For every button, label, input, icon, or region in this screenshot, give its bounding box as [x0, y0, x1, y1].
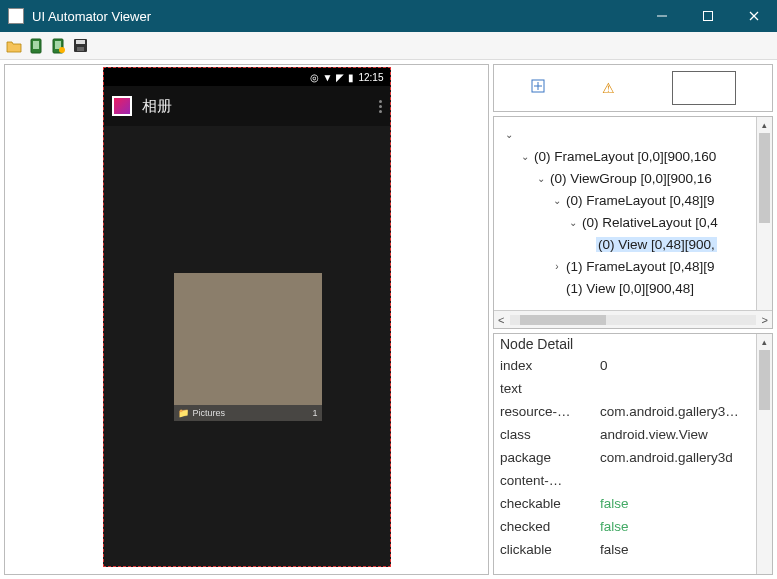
- detail-value: 0: [594, 354, 772, 377]
- wifi-icon: ▼: [323, 72, 333, 83]
- minimize-button[interactable]: [639, 0, 685, 32]
- detail-vertical-scrollbar[interactable]: ▴: [756, 334, 772, 574]
- status-time: 12:15: [358, 72, 383, 83]
- detail-row[interactable]: checkablefalse: [494, 492, 772, 515]
- detail-value: com.android.gallery3…: [594, 400, 772, 423]
- detail-key: checked: [494, 515, 594, 538]
- detail-row[interactable]: index0: [494, 354, 772, 377]
- detail-key: content-…: [494, 469, 594, 492]
- detail-key: checkable: [494, 492, 594, 515]
- svg-rect-11: [77, 47, 84, 51]
- tree-horizontal-scrollbar[interactable]: < >: [494, 310, 772, 328]
- tree-node[interactable]: ⌄(0) FrameLayout [0,48][9: [498, 189, 772, 211]
- scroll-up-icon[interactable]: ▴: [757, 334, 772, 350]
- detail-row[interactable]: content-…: [494, 469, 772, 492]
- open-icon[interactable]: [4, 36, 24, 56]
- thumbnail-box: [672, 71, 736, 105]
- svg-rect-1: [704, 12, 713, 21]
- detail-row[interactable]: text: [494, 377, 772, 400]
- detail-value: android.view.View: [594, 423, 772, 446]
- album-count: 1: [312, 408, 317, 418]
- location-icon: ◎: [310, 72, 319, 83]
- detail-value: [594, 469, 772, 492]
- detail-value: false: [594, 538, 772, 561]
- node-detail-table: index0textresource-…com.android.gallery3…: [494, 354, 772, 561]
- toolbar: [0, 32, 777, 60]
- hierarchy-tree[interactable]: ⌄⌄(0) FrameLayout [0,0][900,160⌄(0) View…: [494, 117, 772, 310]
- expand-all-icon[interactable]: [531, 79, 545, 97]
- tree-node-label: (1) FrameLayout [0,48][9: [564, 259, 717, 274]
- tree-node-label: (0) RelativeLayout [0,4: [580, 215, 720, 230]
- scroll-left-icon[interactable]: <: [498, 314, 504, 326]
- tree-node-label: (0) View [0,48][900,: [596, 237, 717, 252]
- app-window: UI Automator Viewer: [0, 0, 777, 579]
- node-detail-title: Node Detail: [494, 334, 772, 354]
- gallery-app-icon: [112, 96, 132, 116]
- hscroll-thumb[interactable]: [520, 315, 606, 325]
- titlebar: UI Automator Viewer: [0, 0, 777, 32]
- window-title: UI Automator Viewer: [32, 9, 151, 24]
- scroll-up-icon[interactable]: ▴: [757, 117, 772, 133]
- album-label: Pictures: [193, 408, 226, 418]
- detail-row[interactable]: resource-…com.android.gallery3…: [494, 400, 772, 423]
- detail-key: index: [494, 354, 594, 377]
- hierarchy-tree-panel: ⌄⌄(0) FrameLayout [0,0][900,160⌄(0) View…: [493, 116, 773, 329]
- chevron-down-icon[interactable]: ⌄: [518, 151, 532, 162]
- scroll-thumb[interactable]: [759, 350, 770, 410]
- scroll-thumb[interactable]: [759, 133, 770, 223]
- svg-rect-5: [33, 41, 39, 49]
- overflow-menu-icon: [379, 100, 382, 113]
- device-dump-icon[interactable]: [26, 36, 46, 56]
- tree-node-label: (0) FrameLayout [0,0][900,160: [532, 149, 718, 164]
- tree-node-label: (1) View [0,0][900,48]: [564, 281, 696, 296]
- detail-value: false: [594, 492, 772, 515]
- detail-key: clickable: [494, 538, 594, 561]
- warning-icon[interactable]: ⚠: [602, 80, 615, 96]
- save-icon[interactable]: [70, 36, 90, 56]
- tree-node[interactable]: ⌄(0) ViewGroup [0,0][900,16: [498, 167, 772, 189]
- detail-value: false: [594, 515, 772, 538]
- detail-key: class: [494, 423, 594, 446]
- maximize-button[interactable]: [685, 0, 731, 32]
- tree-node-label: (0) ViewGroup [0,0][900,16: [548, 171, 714, 186]
- chevron-down-icon[interactable]: ⌄: [534, 173, 548, 184]
- detail-key: package: [494, 446, 594, 469]
- tree-node[interactable]: ⌄: [498, 123, 772, 145]
- node-detail-panel: Node Detail index0textresource-…com.andr…: [493, 333, 773, 575]
- close-button[interactable]: [731, 0, 777, 32]
- detail-row[interactable]: packagecom.android.gallery3d: [494, 446, 772, 469]
- app-icon: [8, 8, 24, 24]
- tree-toolbar: ⚠: [493, 64, 773, 112]
- tree-node[interactable]: (0) View [0,48][900,: [498, 233, 772, 255]
- device-statusbar: ◎ ▼ ◤ ▮ 12:15: [104, 68, 390, 86]
- detail-value: com.android.gallery3d: [594, 446, 772, 469]
- chevron-down-icon[interactable]: ⌄: [566, 217, 580, 228]
- tree-node[interactable]: ⌄(0) RelativeLayout [0,4: [498, 211, 772, 233]
- scroll-right-icon[interactable]: >: [762, 314, 768, 326]
- tree-vertical-scrollbar[interactable]: ▴: [756, 117, 772, 310]
- signal-icon: ◤: [336, 72, 344, 83]
- tree-node[interactable]: ›(1) FrameLayout [0,48][9: [498, 255, 772, 277]
- appbar-title: 相册: [142, 97, 172, 116]
- screenshot-pane: ◎ ▼ ◤ ▮ 12:15 相册 📁 Pictures 1: [4, 64, 489, 575]
- detail-row[interactable]: checkedfalse: [494, 515, 772, 538]
- detail-row[interactable]: clickablefalse: [494, 538, 772, 561]
- device-dump-compressed-icon[interactable]: [48, 36, 68, 56]
- tree-node-label: (0) FrameLayout [0,48][9: [564, 193, 717, 208]
- device-screenshot[interactable]: ◎ ▼ ◤ ▮ 12:15 相册 📁 Pictures 1: [103, 67, 391, 567]
- tree-node[interactable]: (1) View [0,0][900,48]: [498, 277, 772, 299]
- detail-key: resource-…: [494, 400, 594, 423]
- detail-row[interactable]: classandroid.view.View: [494, 423, 772, 446]
- main-split: ◎ ▼ ◤ ▮ 12:15 相册 📁 Pictures 1: [0, 60, 777, 579]
- detail-key: text: [494, 377, 594, 400]
- right-pane: ⚠ ⌄⌄(0) FrameLayout [0,0][900,160⌄(0) Vi…: [493, 64, 773, 575]
- svg-rect-10: [76, 40, 85, 44]
- tree-node[interactable]: ⌄(0) FrameLayout [0,0][900,160: [498, 145, 772, 167]
- folder-icon: 📁: [178, 408, 189, 418]
- svg-point-8: [59, 47, 65, 53]
- album-tile: 📁 Pictures 1: [174, 273, 322, 421]
- album-footer: 📁 Pictures 1: [174, 405, 322, 421]
- chevron-down-icon[interactable]: ⌄: [502, 129, 516, 140]
- chevron-right-icon[interactable]: ›: [550, 261, 564, 272]
- chevron-down-icon[interactable]: ⌄: [550, 195, 564, 206]
